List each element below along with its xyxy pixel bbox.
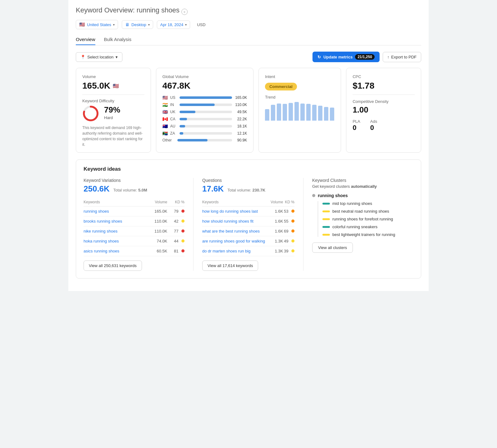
add-keyword-icon[interactable]: +: [181, 9, 188, 15]
intent-label: Intent: [265, 74, 335, 79]
tab-overview[interactable]: Overview: [76, 34, 95, 45]
kd-value: 79%: [104, 105, 120, 115]
cluster-root-label: running shoes: [318, 193, 348, 198]
keyword-ideas-title: Keyword ideas: [84, 166, 413, 172]
keyword-link[interactable]: how long do running shoes last: [202, 209, 258, 214]
keyword-link[interactable]: hoka running shoes: [84, 239, 119, 243]
list-item: running shoes for forefoot running: [322, 217, 413, 221]
clusters-description: Get keyword clusters automatically: [312, 184, 413, 189]
export-icon: ↑: [387, 55, 390, 59]
list-item: best neutral road running shoes: [322, 209, 413, 214]
metrics-count-badge: 21/1,250: [355, 54, 375, 60]
date-selector[interactable]: Apr 18, 2024 ▾: [157, 21, 190, 29]
keyword-link[interactable]: how should running shoes fit: [202, 219, 253, 224]
variations-table: Keywords Volume KD % running shoes 165.0…: [84, 198, 185, 256]
select-location-label: Select location: [87, 55, 114, 59]
questions-vol-header: Volume: [270, 198, 283, 206]
country-bar-row: 🇬🇧 UK 49.5K: [162, 109, 247, 114]
intent-badge: Commercial: [265, 83, 297, 90]
cluster-root-dot: [312, 194, 315, 197]
table-row: how long do running shoes last 1.6K 53: [202, 206, 294, 216]
country-bar-row: 🇮🇳 IN 110.0K: [162, 102, 247, 107]
volume-card: Volume 165.0K 🇺🇸 Keyword Difficulty 79% …: [76, 68, 151, 153]
view-all-clusters-button[interactable]: View all clusters: [312, 242, 353, 253]
list-item: mid top running shoes: [322, 201, 413, 206]
pla-item: PLA 0: [353, 119, 360, 132]
country-bars: 🇺🇸 US 165.0K 🇮🇳 IN 110.0K 🇬🇧 UK 49.5K 🇨🇦…: [162, 95, 247, 142]
table-row: do dr marten shoes run big 1.3K 39: [202, 246, 294, 256]
country-label: United States: [87, 22, 111, 27]
kd-description: This keyword will demand 169 high-author…: [82, 125, 144, 147]
table-row: what are the best running shoes 1.6K 69: [202, 226, 294, 236]
keyword-link[interactable]: running shoes: [84, 209, 109, 214]
variations-kw-header: Keywords: [84, 198, 146, 206]
update-metrics-button[interactable]: ↻ Update metrics 21/1,250: [312, 52, 380, 62]
clusters-col-title: Keyword Clusters: [312, 178, 413, 183]
update-metrics-label: Update metrics: [323, 55, 353, 59]
volume-flag: 🇺🇸: [113, 83, 119, 89]
variations-col-title: Keyword Variations: [84, 178, 185, 183]
country-flag: 🇺🇸: [79, 22, 85, 27]
intent-trend-card: Intent Commercial Trend: [258, 68, 341, 153]
comp-density-value: 1.00: [353, 105, 415, 115]
questions-col: Questions 17.6K Total volume: 230.7K Key…: [194, 178, 303, 271]
keyword-link[interactable]: asics running shoes: [84, 249, 119, 253]
export-pdf-button[interactable]: ↑ Export to PDF: [383, 52, 421, 62]
variations-total-vol: Total volume: 5.0M: [113, 188, 147, 192]
refresh-icon: ↻: [317, 55, 321, 59]
toolbar-right: ↻ Update metrics 21/1,250 ↑ Export to PD…: [312, 52, 421, 62]
ads-item: Ads 0: [370, 119, 377, 132]
keyword-link[interactable]: are running shoes good for walking: [202, 239, 265, 243]
keyword-link[interactable]: nike running shoes: [84, 229, 117, 233]
keyword-link[interactable]: what are the best running shoes: [202, 229, 260, 233]
country-bar-row: 🇺🇸 US 165.0K: [162, 95, 247, 100]
questions-kd-header: KD %: [283, 198, 294, 206]
chevron-down-icon-4: ▾: [116, 55, 118, 59]
country-bar-row: 🇦🇺 AU 18.1K: [162, 124, 247, 129]
questions-table: Keywords Volume KD % how long do running…: [202, 198, 294, 256]
global-volume-label: Global Volume: [162, 74, 247, 79]
device-label: Desktop: [131, 22, 146, 27]
chevron-down-icon-2: ▾: [148, 23, 150, 26]
view-all-variations-button[interactable]: View all 250,631 keywords: [84, 261, 142, 271]
keyword-link[interactable]: brooks running shoes: [84, 219, 122, 224]
select-location-button[interactable]: 📍 Select location ▾: [76, 52, 122, 62]
date-label: Apr 18, 2024: [160, 22, 183, 27]
cpc-card: CPC $1.78 Competitive Density 1.00 PLA 0…: [346, 68, 421, 153]
pla-ads-row: PLA 0 Ads 0: [353, 119, 415, 132]
comp-density-label: Competitive Density: [353, 99, 415, 104]
ads-value: 0: [370, 124, 377, 132]
ideas-grid: Keyword Variations 250.6K Total volume: …: [84, 178, 413, 271]
currency-label: USD: [194, 21, 208, 29]
questions-col-title: Questions: [202, 178, 294, 183]
country-bar-row: 🇿🇦 ZA 12.1K: [162, 131, 247, 136]
monitor-icon: 🖥: [125, 22, 130, 27]
tabs-bar: Overview Bulk Analysis: [76, 34, 421, 45]
country-selector[interactable]: 🇺🇸 United States ▾: [76, 20, 118, 29]
device-selector[interactable]: 🖥 Desktop ▾: [122, 20, 153, 29]
list-item: best lightweight trainers for running: [322, 232, 413, 237]
variations-col: Keyword Variations 250.6K Total volume: …: [84, 178, 194, 271]
table-row: are running shoes good for walking 1.3K …: [202, 236, 294, 246]
view-all-questions-button[interactable]: View all 17,614 keywords: [202, 261, 258, 271]
clusters-col: Keyword Clusters Get keyword clusters au…: [303, 178, 413, 271]
list-item: colorful running sneakers: [322, 224, 413, 229]
table-row: how should running shoes fit 1.6K 55: [202, 216, 294, 226]
cluster-items: mid top running shoes best neutral road …: [318, 201, 413, 237]
questions-total-vol: Total volume: 230.7K: [227, 188, 265, 192]
kd-section: 79% Hard: [82, 105, 144, 122]
pla-label: PLA: [353, 119, 360, 124]
chevron-down-icon-3: ▾: [185, 23, 187, 26]
header-controls: 🇺🇸 United States ▾ 🖥 Desktop ▾ Apr 18, 2…: [76, 20, 421, 29]
keyword-link[interactable]: do dr marten shoes run big: [202, 249, 250, 253]
page-title: Keyword Overview: running shoes: [76, 6, 180, 14]
table-row: running shoes 165.0K 79: [84, 206, 185, 216]
tab-bulk-analysis[interactable]: Bulk Analysis: [104, 34, 131, 45]
kd-label: Keyword Difficulty: [82, 99, 144, 103]
questions-count: 17.6K: [202, 184, 224, 193]
kd-ring: [82, 105, 99, 122]
trend-bars: [265, 102, 335, 121]
export-label: Export to PDF: [391, 55, 417, 59]
variations-vol-header: Volume: [146, 198, 167, 206]
country-bar-row: Other 90.9K: [162, 138, 247, 142]
